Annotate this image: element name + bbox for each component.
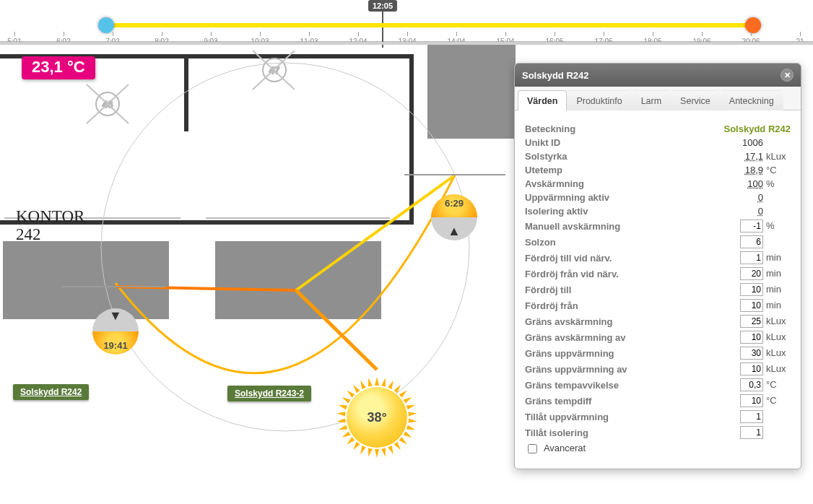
value-input[interactable] <box>740 315 763 328</box>
property-value[interactable]: 17,1kLux <box>704 151 791 162</box>
sunset-marker[interactable]: ▼ 19:41 <box>92 308 139 355</box>
property-key: Gräns avskärmning <box>525 316 704 327</box>
tick <box>64 32 64 36</box>
property-key: Fördröj från vid närv. <box>525 269 704 279</box>
tick <box>751 32 752 36</box>
property-key: Gräns tempdiff <box>525 396 704 407</box>
property-value[interactable]: kLux <box>704 315 791 328</box>
property-row: Gräns avskärmningkLux <box>525 315 791 328</box>
property-row: Solzon <box>525 235 791 248</box>
value-input[interactable] <box>740 283 763 296</box>
property-row: Fördröj till vid närv.min <box>525 251 791 264</box>
close-icon[interactable]: ✕ <box>781 69 794 82</box>
property-row: Gräns tempdiff°C <box>525 394 791 407</box>
property-value[interactable]: min <box>704 299 791 312</box>
value-input[interactable] <box>740 251 763 264</box>
sunrise-marker-dot[interactable] <box>98 17 114 33</box>
property-row: Unikt ID1006 <box>525 137 791 148</box>
arrow-down-icon: ▼ <box>109 308 122 323</box>
property-value[interactable]: min <box>704 283 791 296</box>
tick <box>14 32 15 36</box>
property-value[interactable]: kLux <box>704 331 791 344</box>
tick <box>505 32 506 36</box>
tick <box>456 32 457 36</box>
property-row: Tillåt uppvärmning <box>525 410 791 423</box>
property-value[interactable] <box>704 410 791 423</box>
timeline[interactable]: 12:05 5:016:027:028:029:0310:0311:0312:0… <box>0 0 813 42</box>
property-value[interactable]: min <box>704 267 791 280</box>
property-row: Fördröj från vid närv.min <box>525 267 791 280</box>
property-key: Uppvärmning aktiv <box>525 192 704 203</box>
value-input[interactable] <box>740 220 763 233</box>
property-value: Solskydd R242 <box>704 123 791 134</box>
sunrise-marker[interactable]: 6:29 ▲ <box>431 194 477 240</box>
property-value[interactable]: % <box>704 220 791 233</box>
property-key: Fördröj från <box>525 300 704 311</box>
property-value[interactable]: 18,9°C <box>704 165 791 175</box>
property-value: 1006 <box>704 137 791 148</box>
property-key: Solstyrka <box>525 151 704 162</box>
tab-larm[interactable]: Larm <box>632 90 671 110</box>
panel-title: Solskydd R242 <box>522 70 589 81</box>
device-link-r242[interactable]: Solskydd R242 <box>13 384 89 400</box>
property-value[interactable]: 0 <box>704 192 791 203</box>
value-input[interactable] <box>740 331 763 344</box>
value-input[interactable] <box>740 267 763 280</box>
sunset-time: 19:41 <box>92 340 139 351</box>
value-input[interactable] <box>740 362 763 375</box>
value-input[interactable] <box>740 235 763 248</box>
property-value[interactable]: °C <box>704 378 791 391</box>
arrow-up-icon: ▲ <box>448 224 461 239</box>
tick <box>653 32 653 36</box>
current-time-label: 12:05 <box>368 0 397 12</box>
tick <box>113 32 113 36</box>
property-row: Gräns tempavvikelse°C <box>525 378 791 391</box>
property-value[interactable]: 0 <box>704 206 791 217</box>
property-value[interactable]: min <box>704 251 791 264</box>
tab-värden[interactable]: Värden <box>518 90 567 110</box>
property-value[interactable] <box>704 235 791 248</box>
property-key: Tillåt uppvärmning <box>525 412 704 422</box>
svg-rect-6 <box>215 241 381 319</box>
tick <box>211 32 212 36</box>
property-row: Gräns uppvärmningkLux <box>525 347 791 360</box>
tab-produktinfo[interactable]: Produktinfo <box>567 90 631 110</box>
property-value[interactable]: kLux <box>704 362 791 375</box>
property-row: Utetemp18,9°C <box>525 165 791 175</box>
property-key: Gräns avskärmning av <box>525 332 704 343</box>
tick <box>309 32 310 36</box>
property-key: Manuell avskärmning <box>525 221 704 232</box>
property-row: Fördröj frånmin <box>525 299 791 312</box>
property-value[interactable]: 100% <box>704 178 791 189</box>
svg-rect-5 <box>3 241 169 319</box>
tab-service[interactable]: Service <box>671 90 720 110</box>
property-key: Avskärmning <box>525 178 704 189</box>
property-row: Manuell avskärmning% <box>525 220 791 233</box>
svg-rect-4 <box>427 45 516 139</box>
property-value[interactable]: kLux <box>704 347 791 360</box>
value-input[interactable] <box>740 347 763 360</box>
value-input[interactable] <box>740 426 763 439</box>
property-value[interactable] <box>704 426 791 439</box>
property-key: Fördröj till <box>525 284 704 295</box>
value-input[interactable] <box>740 410 763 423</box>
tab-anteckning[interactable]: Anteckning <box>720 90 783 110</box>
property-value[interactable]: °C <box>704 394 791 407</box>
advanced-label: Avancerat <box>544 443 586 453</box>
property-key: Gräns uppvärmning <box>525 348 704 359</box>
value-input[interactable] <box>740 394 763 407</box>
value-input[interactable] <box>740 299 763 312</box>
property-key: Isolering aktiv <box>525 206 704 217</box>
property-row: Tillåt isolering <box>525 426 791 439</box>
device-link-r243-2[interactable]: Solskydd R243-2 <box>227 386 311 401</box>
tick <box>555 32 555 36</box>
tick <box>162 32 162 36</box>
property-key: Solzon <box>525 237 704 248</box>
advanced-checkbox-input[interactable] <box>528 444 537 453</box>
sunset-marker-dot[interactable] <box>745 17 761 33</box>
advanced-checkbox[interactable]: Avancerat <box>525 443 586 453</box>
panel-header[interactable]: Solskydd R242 ✕ <box>515 64 801 87</box>
property-row: Solstyrka17,1kLux <box>525 151 791 162</box>
value-input[interactable] <box>740 378 763 391</box>
property-row: Gräns uppvärmning avkLux <box>525 362 791 375</box>
